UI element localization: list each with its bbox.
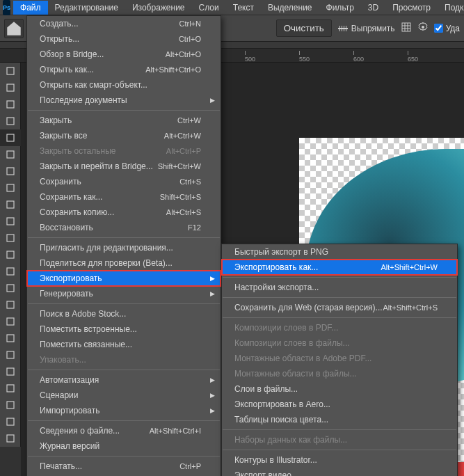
menu-item-label: Сценарии <box>40 390 201 400</box>
menu-item-label: Контуры в Illustrator... <box>234 455 438 465</box>
file-menu-item[interactable]: Журнал версий <box>27 438 221 454</box>
menu-item-label: Экспортировать как... <box>234 262 381 272</box>
file-menu-item[interactable]: ВосстановитьF12 <box>27 220 221 235</box>
gear-icon[interactable] <box>417 22 429 35</box>
menu-item-label: Настройки экспорта... <box>234 283 438 292</box>
file-menu-item[interactable]: Автоматизация▶ <box>27 372 221 388</box>
export-menu-item[interactable]: Быстрый экспорт в PNG <box>222 244 457 260</box>
swap-tool-icon[interactable] <box>0 413 21 430</box>
file-menu-item[interactable]: ЗакрытьCtrl+W <box>27 113 221 128</box>
blur-tool-icon[interactable] <box>0 280 21 296</box>
file-menu-separator <box>28 420 220 421</box>
eyedrop-tool-icon[interactable] <box>0 163 21 180</box>
svg-rect-23 <box>7 268 14 275</box>
export-menu-item[interactable]: Слои в файлы... <box>222 381 457 397</box>
file-menu-item[interactable]: Сохранить копию...Alt+Ctrl+S <box>27 205 221 220</box>
file-menu-item[interactable]: Открыть...Ctrl+O <box>27 31 221 47</box>
ruler-tick: 650 <box>408 51 418 63</box>
file-menu-item[interactable]: Поместить связанные... <box>27 337 221 352</box>
export-menu-item[interactable]: Таблицы поиска цвета... <box>222 412 457 427</box>
export-menu-item[interactable]: Настройки экспорта... <box>222 280 457 295</box>
pen-tool-icon[interactable] <box>0 313 21 330</box>
svg-rect-15 <box>7 134 14 141</box>
ruler-tick: 500 <box>245 51 255 63</box>
marquee-tool-icon[interactable] <box>0 79 21 96</box>
menu-item-shortcut: Alt+Shift+Ctrl+O <box>145 65 201 74</box>
export-menu-item[interactable]: Сохранить для Web (старая версия)...Alt+… <box>222 300 457 315</box>
type-tool-icon[interactable] <box>0 330 21 347</box>
export-menu-item[interactable]: Экспорт видео... <box>222 468 457 476</box>
svg-rect-17 <box>7 168 14 175</box>
clear-button[interactable]: Очистить <box>276 19 332 37</box>
menu-выделение[interactable]: Выделение <box>261 1 319 15</box>
file-menu-separator <box>28 370 220 370</box>
patch-tool-icon[interactable] <box>0 180 21 196</box>
file-menu-item[interactable]: Поделиться для проверки (Beta)... <box>27 255 221 271</box>
menu-item-label: Восстановить <box>40 223 188 232</box>
history-tool-icon[interactable] <box>0 230 21 246</box>
menu-item-label: Сохранить <box>40 177 179 187</box>
menu-item-label: Генерировать <box>40 289 201 299</box>
file-menu-item[interactable]: Обзор в Bridge...Alt+Ctrl+O <box>27 47 221 62</box>
lasso-tool-icon[interactable] <box>0 96 21 113</box>
file-menu-item[interactable]: Поиск в Adobe Stock... <box>27 306 221 322</box>
export-menu-item[interactable]: Экспортировать в Aero... <box>222 397 457 412</box>
file-menu-separator <box>28 303 220 304</box>
menu-item-shortcut: Alt+Shift+Ctrl+S <box>383 303 438 312</box>
wand-tool-icon[interactable] <box>0 113 21 129</box>
file-menu-item[interactable]: Последние документы▶ <box>27 93 221 108</box>
file-menu-item[interactable]: СохранитьCtrl+S <box>27 174 221 189</box>
frame-tool-icon[interactable] <box>0 146 21 163</box>
menu-item-label: Композиции слоев в файлы... <box>234 338 438 348</box>
grid-icon[interactable] <box>401 22 412 35</box>
menu-item-label: Наборы данных как файлы... <box>234 435 438 445</box>
menu-слои[interactable]: Слои <box>192 1 226 15</box>
dodge-tool-icon[interactable] <box>0 296 21 313</box>
file-menu-item[interactable]: Открыть как...Alt+Shift+Ctrl+O <box>27 62 221 77</box>
straighten-icon[interactable]: Выпрямить <box>337 23 395 34</box>
crop-tool-icon[interactable] <box>0 129 21 146</box>
zoom-tool-icon[interactable] <box>0 397 21 413</box>
file-menu-item[interactable]: Сохранить как...Shift+Ctrl+S <box>27 189 221 205</box>
file-menu-item[interactable]: Сценарии▶ <box>27 388 221 403</box>
file-menu-item[interactable]: Печатать...Ctrl+P <box>27 459 221 474</box>
file-menu-item[interactable]: Пригласить для редактирования... <box>27 240 221 255</box>
file-menu-item[interactable]: Создать...Ctrl+N <box>27 16 221 31</box>
menu-подключаемые мо[interactable]: Подключаемые мо <box>438 1 464 15</box>
file-menu-item[interactable]: Экспортировать▶ <box>27 271 221 286</box>
menu-item-shortcut: Ctrl+W <box>177 116 201 125</box>
menu-текст[interactable]: Текст <box>226 1 261 15</box>
file-menu-item[interactable]: Импортировать▶ <box>27 403 221 418</box>
file-menu-item[interactable]: Поместить встроенные... <box>27 322 221 337</box>
delete-pixels-checkbox[interactable]: Уда <box>434 24 460 33</box>
menu-изображение[interactable]: Изображение <box>125 1 192 15</box>
hand-tool-icon[interactable] <box>0 380 21 397</box>
brush-tool-icon[interactable] <box>0 196 21 213</box>
export-menu-item[interactable]: Экспортировать как...Alt+Shift+Ctrl+W <box>222 260 457 275</box>
rect-tool-icon[interactable] <box>0 363 21 380</box>
svg-rect-5 <box>402 23 410 31</box>
export-menu-item[interactable]: Контуры в Illustrator... <box>222 452 457 468</box>
menu-просмотр[interactable]: Просмотр <box>385 1 438 15</box>
menu-item-label: Импортировать <box>40 406 201 415</box>
app-logo: Ps <box>3 0 10 15</box>
menu-3d[interactable]: 3D <box>361 1 385 15</box>
gradient-tool-icon[interactable] <box>0 263 21 280</box>
menu-фильтр[interactable]: Фильтр <box>319 1 361 15</box>
menu-файл[interactable]: Файл <box>13 1 48 15</box>
submenu-arrow-icon: ▶ <box>210 97 215 104</box>
stamp-tool-icon[interactable] <box>0 213 21 230</box>
file-menu-item[interactable]: Сведения о файле...Alt+Shift+Ctrl+I <box>27 423 221 438</box>
file-menu-item[interactable]: Генерировать▶ <box>27 286 221 301</box>
export-menu-item: Композиции слоев в файлы... <box>222 335 457 351</box>
home-icon[interactable] <box>4 19 24 38</box>
path-tool-icon[interactable] <box>0 347 21 363</box>
file-menu-item[interactable]: Закрыть и перейти в Bridge...Shift+Ctrl+… <box>27 159 221 174</box>
move-tool-icon[interactable] <box>0 63 21 79</box>
file-menu-item[interactable]: Закрыть всеAlt+Ctrl+W <box>27 128 221 143</box>
file-menu-item[interactable]: Открыть как смарт-объект... <box>27 77 221 93</box>
fg-tool-icon[interactable] <box>0 430 21 447</box>
menu-редактирование[interactable]: Редактирование <box>48 1 125 15</box>
svg-rect-31 <box>7 402 14 408</box>
eraser-tool-icon[interactable] <box>0 246 21 263</box>
